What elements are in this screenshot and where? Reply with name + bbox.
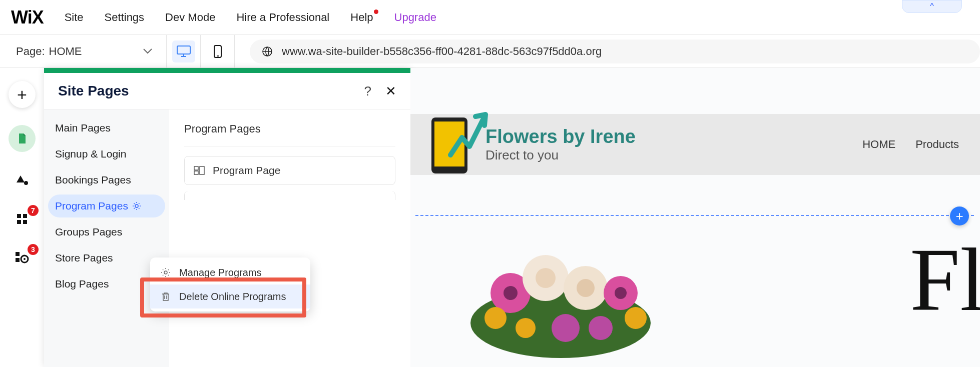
editor-canvas[interactable]: Flowers by Irene Direct to you HOME Prod… <box>410 68 980 367</box>
mobile-view-button[interactable] <box>201 35 235 68</box>
ctx-delete-label: Delete Online Programs <box>179 291 286 302</box>
plus-icon: + <box>17 85 27 104</box>
desktop-icon <box>176 45 191 58</box>
top-menu-bar: WiX Site Settings Dev Mode Hire a Profes… <box>0 0 980 35</box>
url-text: www.wa-site-builder-b558c356-ff00-4281-8… <box>282 45 602 58</box>
add-button[interactable]: + <box>9 81 36 108</box>
ctx-manage-label: Manage Programs <box>179 267 262 278</box>
page-card-label: Program Page <box>213 164 280 176</box>
trash-icon <box>160 292 171 302</box>
gear-icon <box>160 268 171 278</box>
svg-rect-18 <box>194 171 198 174</box>
panel-help-button[interactable]: ? <box>364 84 371 99</box>
svg-rect-10 <box>23 220 27 224</box>
grid-gear-icon <box>15 251 30 265</box>
svg-point-14 <box>24 258 26 260</box>
hero-text[interactable]: Fl <box>910 228 980 332</box>
menu-upgrade[interactable]: Upgrade <box>394 11 436 24</box>
trend-arrow-icon <box>444 108 489 162</box>
page-selector[interactable]: Page: HOME <box>16 45 166 58</box>
cat-bookings-pages[interactable]: Bookings Pages <box>48 168 165 192</box>
chevron-up-icon: ^ <box>930 2 934 11</box>
design-button[interactable] <box>9 169 36 191</box>
notification-dot-icon <box>374 10 378 14</box>
pages-button[interactable] <box>9 125 36 152</box>
left-toolbar: + 7 3 <box>0 68 44 367</box>
svg-point-28 <box>615 287 627 299</box>
page-selector-value: HOME <box>49 45 82 58</box>
plus-icon: + <box>955 208 963 224</box>
svg-rect-16 <box>194 166 198 170</box>
cat-main-pages[interactable]: Main Pages <box>48 116 165 140</box>
svg-point-22 <box>504 286 518 300</box>
page-icon <box>16 132 28 144</box>
url-bar[interactable]: www.wa-site-builder-b558c356-ff00-4281-8… <box>250 40 980 64</box>
detail-title: Program Pages <box>184 122 395 147</box>
svg-point-30 <box>516 318 536 338</box>
svg-point-33 <box>589 316 613 340</box>
collapse-pill[interactable]: ^ <box>902 0 962 13</box>
menu-site[interactable]: Site <box>65 11 84 24</box>
chevron-down-icon <box>143 48 152 54</box>
paint-drop-icon <box>15 172 30 188</box>
page-card-program[interactable]: Program Page <box>184 156 395 185</box>
ctx-delete-programs[interactable]: Delete Online Programs <box>150 284 310 308</box>
svg-rect-17 <box>200 166 204 174</box>
site-titles: Flowers by Irene Direct to you <box>485 126 636 163</box>
svg-rect-7 <box>17 214 21 218</box>
apps-badge: 7 <box>28 205 39 216</box>
cat-program-pages[interactable]: Program Pages <box>48 194 165 218</box>
top-menu: Site Settings Dev Mode Hire a Profession… <box>65 11 436 24</box>
svg-point-15 <box>135 204 138 208</box>
panel-title: Site Pages <box>58 83 129 99</box>
svg-point-19 <box>164 271 167 274</box>
menu-hire[interactable]: Hire a Professional <box>236 11 329 24</box>
ctx-manage-programs[interactable]: Manage Programs <box>150 260 310 284</box>
layout-icon <box>194 166 205 175</box>
market-badge: 3 <box>28 244 39 255</box>
mobile-icon <box>213 44 222 58</box>
add-section-button[interactable]: + <box>950 206 969 226</box>
sub-toolbar: Page: HOME <box>0 35 980 68</box>
nav-home[interactable]: HOME <box>862 138 895 151</box>
svg-point-31 <box>625 307 647 329</box>
page-selector-label: Page: <box>16 45 45 58</box>
cat-signup-login[interactable]: Signup & Login <box>48 142 165 166</box>
apps-button[interactable]: 7 <box>9 208 36 230</box>
cat-program-label: Program Pages <box>55 200 128 212</box>
device-toggle <box>166 35 235 68</box>
wix-logo: WiX <box>11 7 44 28</box>
desktop-view-button[interactable] <box>167 35 201 68</box>
gear-icon[interactable] <box>132 202 141 210</box>
menu-devmode[interactable]: Dev Mode <box>165 11 215 24</box>
globe-icon <box>262 46 273 57</box>
svg-rect-9 <box>17 220 21 224</box>
site-subtitle[interactable]: Direct to you <box>485 148 636 163</box>
site-pages-panel: Site Pages ? ✕ Main Pages Signup & Login… <box>44 68 410 367</box>
site-nav: HOME Products <box>862 138 959 151</box>
cat-blog-pages[interactable]: Blog Pages <box>48 272 165 296</box>
panel-body: Main Pages Signup & Login Bookings Pages… <box>44 109 410 367</box>
site-title[interactable]: Flowers by Irene <box>485 126 636 148</box>
app-market-button[interactable]: 3 <box>9 247 36 269</box>
svg-point-24 <box>536 268 556 288</box>
site-header[interactable]: Flowers by Irene Direct to you HOME Prod… <box>410 114 980 175</box>
svg-point-32 <box>552 314 580 342</box>
panel-close-button[interactable]: ✕ <box>385 84 396 99</box>
category-list: Main Pages Signup & Login Bookings Pages… <box>44 110 169 367</box>
nav-products[interactable]: Products <box>915 138 959 151</box>
panel-accent-bar <box>44 68 410 73</box>
section-divider[interactable] <box>415 215 974 216</box>
page-card-empty[interactable] <box>184 191 395 200</box>
flowers-image[interactable] <box>460 233 661 363</box>
svg-point-29 <box>484 307 507 329</box>
site-logo <box>425 114 473 174</box>
context-menu: Manage Programs Delete Online Programs <box>150 258 310 312</box>
menu-help[interactable]: Help <box>350 11 373 24</box>
cat-groups-pages[interactable]: Groups Pages <box>48 220 165 244</box>
cat-store-pages[interactable]: Store Pages <box>48 246 165 270</box>
svg-rect-11 <box>16 252 20 256</box>
menu-settings[interactable]: Settings <box>105 11 145 24</box>
svg-point-6 <box>24 181 28 185</box>
grid-icon <box>16 212 29 226</box>
